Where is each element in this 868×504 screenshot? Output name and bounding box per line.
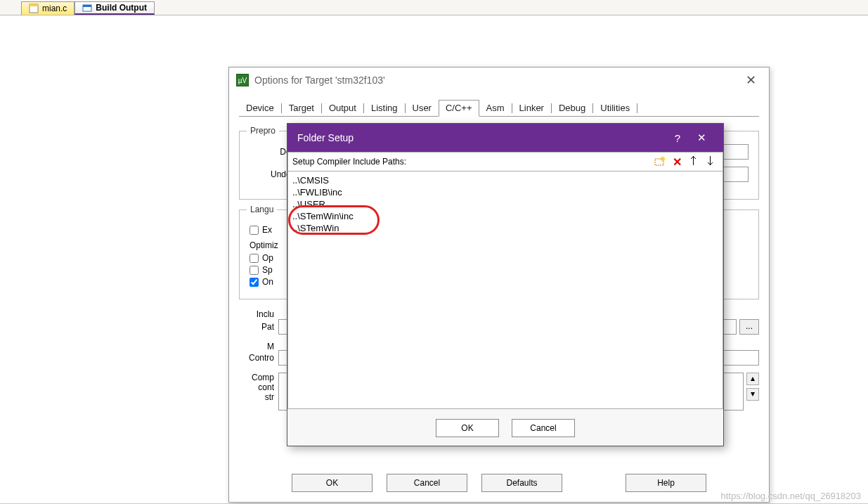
folder-button-row: OK Cancel xyxy=(287,409,723,447)
move-up-icon[interactable]: 🡑 xyxy=(686,155,701,169)
tab-c-cpp[interactable]: C/C++ xyxy=(439,100,479,117)
watermark: https://blog.csdn.net/qq_26918203 xyxy=(721,491,862,501)
tab-utilities[interactable]: Utilities xyxy=(593,100,637,116)
folder-setup-dialog: Folder Setup ? ✕ Setup Compiler Include … xyxy=(287,123,724,446)
tab-user[interactable]: User xyxy=(406,100,439,116)
toolbar-label: Setup Compiler Include Paths: xyxy=(292,157,651,167)
list-item[interactable]: ..\STemWin\inc xyxy=(292,210,718,222)
delete-icon[interactable]: ✕ xyxy=(669,155,685,169)
list-item[interactable]: ..\CMSIS xyxy=(292,174,718,186)
tab-device[interactable]: Device xyxy=(239,100,281,116)
list-item[interactable]: ..\STemWin xyxy=(292,222,718,234)
list-item[interactable]: ..\FWLIB\inc xyxy=(292,186,718,198)
folder-list[interactable]: ..\CMSIS ..\FWLIB\inc ..\USER ..\STemWin… xyxy=(287,172,723,409)
help-icon[interactable]: ? xyxy=(666,132,689,144)
defaults-button[interactable]: Defaults xyxy=(481,474,562,492)
scroll-down-icon[interactable]: ▾ xyxy=(746,388,759,401)
tab-output[interactable]: Output xyxy=(322,100,363,116)
help-button[interactable]: Help xyxy=(626,474,706,492)
options-button-row: OK Cancel Defaults Help xyxy=(229,474,769,492)
folder-toolbar: Setup Compiler Include Paths: ✕ 🡑 🡓 xyxy=(287,152,723,172)
tab-linker[interactable]: Linker xyxy=(512,100,551,116)
list-item[interactable]: ..\USER xyxy=(292,198,718,210)
options-tab-strip: Device Target Output Listing User C/C++ … xyxy=(239,100,759,117)
tab-listing[interactable]: Listing xyxy=(364,100,405,116)
keil-icon: µV xyxy=(236,74,249,86)
include-label: Inclu xyxy=(239,309,274,319)
tab-asm[interactable]: Asm xyxy=(479,100,512,116)
close-icon[interactable]: ✕ xyxy=(740,70,762,91)
group-title: Prepro xyxy=(247,126,279,136)
ok-button[interactable]: OK xyxy=(292,474,373,492)
compiler-label: Comp xyxy=(239,373,274,382)
m-label: M xyxy=(239,342,274,351)
group-title: Langu xyxy=(247,205,277,214)
folder-titlebar: Folder Setup ? ✕ xyxy=(287,124,723,152)
options-titlebar: µV Options for Target 'stm32f103' ✕ xyxy=(229,67,769,93)
svg-point-5 xyxy=(661,157,665,161)
scroll-up-icon[interactable]: ▴ xyxy=(746,373,759,385)
control-label: Contro xyxy=(239,353,274,363)
close-icon[interactable]: ✕ xyxy=(689,131,713,144)
new-folder-icon[interactable] xyxy=(652,155,668,169)
cancel-button[interactable]: Cancel xyxy=(387,474,467,492)
browse-button[interactable]: ... xyxy=(739,319,759,335)
folder-title: Folder Setup xyxy=(297,132,666,143)
ok-button[interactable]: OK xyxy=(436,419,499,437)
tab-target[interactable]: Target xyxy=(282,100,321,116)
options-title: Options for Target 'stm32f103' xyxy=(254,75,385,86)
str-label: str xyxy=(239,392,274,402)
cont-label: cont xyxy=(239,382,274,392)
cancel-button[interactable]: Cancel xyxy=(512,419,575,437)
path-label: Pat xyxy=(239,322,274,332)
tab-debug[interactable]: Debug xyxy=(552,100,592,116)
move-down-icon[interactable]: 🡓 xyxy=(703,155,718,169)
